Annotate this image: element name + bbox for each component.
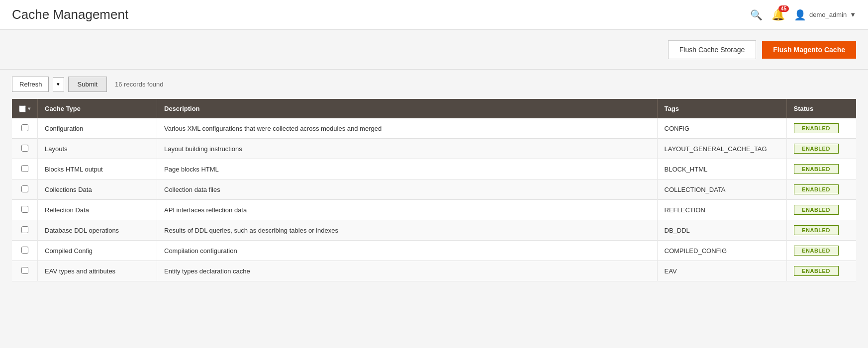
cell-cache-type: EAV types and attributes — [38, 261, 157, 281]
cell-description: Entity types declaration cache — [157, 261, 658, 281]
user-dropdown-arrow: ▼ — [850, 11, 856, 18]
table-row: Configuration Various XML configurations… — [12, 118, 856, 139]
th-select-all: ▾ — [12, 99, 38, 118]
cell-description: Various XML configurations that were col… — [157, 118, 658, 139]
flush-cache-storage-button[interactable]: Flush Cache Storage — [668, 40, 757, 59]
cell-description: Collection data files — [157, 179, 658, 200]
row-checkbox-cell — [12, 118, 38, 139]
user-menu[interactable]: 👤 demo_admin ▼ — [794, 9, 856, 21]
cell-status: ENABLED — [786, 159, 856, 179]
status-badge: ENABLED — [794, 225, 839, 235]
cell-description: API interfaces reflection data — [157, 200, 658, 220]
cell-description: Page blocks HTML — [157, 159, 658, 179]
status-badge: ENABLED — [794, 246, 839, 256]
cell-cache-type: Collections Data — [38, 179, 157, 200]
status-badge: ENABLED — [794, 164, 839, 174]
table-header-row: ▾ Cache Type Description Tags Status — [12, 99, 856, 118]
cell-tags: EAV — [657, 261, 786, 281]
notification-badge: 45 — [778, 5, 789, 12]
refresh-button[interactable]: Refresh — [12, 77, 49, 92]
table-row: Blocks HTML output Page blocks HTML BLOC… — [12, 159, 856, 179]
toolbar: Refresh ▾ Submit 16 records found — [0, 70, 868, 99]
search-icon: 🔍 — [750, 9, 763, 20]
cell-description: Layout building instructions — [157, 139, 658, 159]
cell-status: ENABLED — [786, 220, 856, 241]
cell-tags: CONFIG — [657, 118, 786, 139]
submit-button[interactable]: Submit — [68, 77, 107, 92]
row-checkbox[interactable] — [21, 247, 28, 254]
cell-cache-type: Compiled Config — [38, 241, 157, 261]
th-cache-type: Cache Type — [38, 99, 157, 118]
row-checkbox-cell — [12, 261, 38, 281]
cell-cache-type: Database DDL operations — [38, 220, 157, 241]
row-checkbox-cell — [12, 159, 38, 179]
table-row: EAV types and attributes Entity types de… — [12, 261, 856, 281]
cell-description: Results of DDL queries, such as describi… — [157, 220, 658, 241]
row-checkbox[interactable] — [21, 206, 28, 213]
table-row: Database DDL operations Results of DDL q… — [12, 220, 856, 241]
select-all-arrow[interactable]: ▾ — [28, 106, 30, 111]
row-checkbox-cell — [12, 200, 38, 220]
table-row: Reflection Data API interfaces reflectio… — [12, 200, 856, 220]
cell-status: ENABLED — [786, 200, 856, 220]
cell-tags: COMPILED_CONFIG — [657, 241, 786, 261]
cell-status: ENABLED — [786, 118, 856, 139]
table-row: Layouts Layout building instructions LAY… — [12, 139, 856, 159]
row-checkbox-cell — [12, 220, 38, 241]
row-checkbox-cell — [12, 139, 38, 159]
cell-tags: BLOCK_HTML — [657, 159, 786, 179]
search-button[interactable]: 🔍 — [750, 9, 763, 21]
select-all-checkbox[interactable] — [19, 105, 26, 112]
status-badge: ENABLED — [794, 123, 839, 133]
row-checkbox-cell — [12, 179, 38, 200]
row-checkbox[interactable] — [21, 185, 28, 192]
top-bar: Cache Management 🔍 🔔 45 👤 demo_admin ▼ — [0, 0, 868, 30]
th-tags: Tags — [657, 99, 786, 118]
th-status: Status — [786, 99, 856, 118]
table-row: Compiled Config Compilation configuratio… — [12, 241, 856, 261]
row-checkbox[interactable] — [21, 145, 28, 152]
status-badge: ENABLED — [794, 266, 839, 276]
cache-table: ▾ Cache Type Description Tags Status Con… — [12, 99, 856, 281]
action-bar: Flush Cache Storage Flush Magento Cache — [0, 30, 868, 70]
cell-cache-type: Reflection Data — [38, 200, 157, 220]
refresh-dropdown-arrow[interactable]: ▾ — [53, 77, 64, 91]
cell-status: ENABLED — [786, 241, 856, 261]
cell-tags: COLLECTION_DATA — [657, 179, 786, 200]
cell-cache-type: Layouts — [38, 139, 157, 159]
status-badge: ENABLED — [794, 184, 839, 194]
cell-tags: DB_DDL — [657, 220, 786, 241]
cell-status: ENABLED — [786, 261, 856, 281]
status-badge: ENABLED — [794, 205, 839, 215]
page-title: Cache Management — [12, 7, 128, 22]
top-bar-right: 🔍 🔔 45 👤 demo_admin ▼ — [750, 8, 856, 21]
flush-magento-cache-button[interactable]: Flush Magento Cache — [762, 41, 856, 59]
cell-status: ENABLED — [786, 179, 856, 200]
user-name: demo_admin — [809, 11, 847, 18]
cell-cache-type: Blocks HTML output — [38, 159, 157, 179]
th-description: Description — [157, 99, 658, 118]
row-checkbox[interactable] — [21, 124, 28, 131]
cell-tags: LAYOUT_GENERAL_CACHE_TAG — [657, 139, 786, 159]
cell-description: Compilation configuration — [157, 241, 658, 261]
records-count: 16 records found — [115, 81, 164, 88]
user-icon: 👤 — [794, 9, 806, 21]
cell-status: ENABLED — [786, 139, 856, 159]
row-checkbox[interactable] — [21, 267, 28, 274]
cell-tags: REFLECTION — [657, 200, 786, 220]
row-checkbox[interactable] — [21, 226, 28, 233]
row-checkbox-cell — [12, 241, 38, 261]
status-badge: ENABLED — [794, 144, 839, 154]
row-checkbox[interactable] — [21, 165, 28, 172]
cell-cache-type: Configuration — [38, 118, 157, 139]
notification-button[interactable]: 🔔 45 — [772, 8, 785, 21]
table-row: Collections Data Collection data files C… — [12, 179, 856, 200]
table-wrap: ▾ Cache Type Description Tags Status Con… — [0, 99, 868, 293]
